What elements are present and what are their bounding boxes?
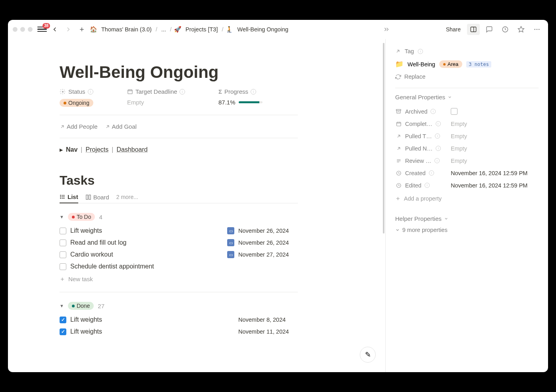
window-controls[interactable] xyxy=(13,27,33,32)
task-row[interactable]: Schedule dentist appointment xyxy=(60,261,298,272)
deadline-property-value[interactable]: Empty xyxy=(127,99,195,106)
add-people-button[interactable]: Add People xyxy=(60,123,98,130)
app-window: 38 🏠 Thomas' Brain (3.0) / ... / 🚀 Proje… xyxy=(8,20,548,372)
task-row[interactable]: Read and fill out log ▭ November 26, 202… xyxy=(60,237,298,249)
task-checkbox[interactable] xyxy=(60,251,66,258)
tag-type-pill: Area xyxy=(439,60,462,68)
property-row-pulled-n[interactable]: Pulled N… i Empty xyxy=(395,142,539,154)
info-icon[interactable]: i xyxy=(435,133,440,139)
scrollbar[interactable] xyxy=(383,43,384,234)
svg-point-12 xyxy=(60,195,61,195)
more-properties-button[interactable]: 9 more properties xyxy=(395,227,539,233)
main-content: Well-Being Ongoing Status i Ongoing xyxy=(8,39,385,372)
group-header-todo[interactable]: ▼ To Do 4 xyxy=(60,213,298,221)
progress-property-value[interactable]: 87.1% xyxy=(218,99,263,106)
property-row-archived[interactable]: Archived i xyxy=(395,105,539,118)
topbar: 38 🏠 Thomas' Brain (3.0) / ... / 🚀 Proje… xyxy=(8,20,548,39)
property-row-created[interactable]: Created i November 16, 2024 12:59 PM xyxy=(395,167,539,179)
view-tab-board[interactable]: Board xyxy=(85,194,109,203)
task-date: November 8, 2024 xyxy=(238,317,298,323)
task-title: Read and fill out log xyxy=(70,239,126,246)
property-row-edited[interactable]: Edited i November 16, 2024 12:59 PM xyxy=(395,179,539,191)
breadcrumb-current[interactable]: Well-Being Ongoing xyxy=(236,25,290,33)
tag-value-row[interactable]: 📁 Well-Being Area 3 notes xyxy=(395,57,539,71)
forward-button[interactable] xyxy=(63,24,74,35)
breadcrumb-root[interactable]: Thomas' Brain (3.0) xyxy=(100,25,153,33)
info-icon[interactable]: i xyxy=(431,109,436,114)
deadline-property-label[interactable]: Target Deadline i xyxy=(127,88,195,95)
link-icon xyxy=(395,145,402,152)
panel-toggle-button[interactable] xyxy=(467,24,480,35)
favorite-button[interactable] xyxy=(515,24,527,35)
svg-marker-3 xyxy=(518,26,524,32)
add-goal-button[interactable]: Add Goal xyxy=(105,123,137,130)
breadcrumb-separator: / xyxy=(222,26,223,33)
task-title: Schedule dentist appointment xyxy=(70,263,154,270)
info-icon[interactable]: i xyxy=(434,158,440,163)
view-tab-list[interactable]: List xyxy=(60,193,78,203)
expand-sidebar-button[interactable] xyxy=(381,24,392,35)
page-title[interactable]: Well-Being Ongoing xyxy=(60,63,298,82)
calendar-icon xyxy=(395,120,402,127)
task-checkbox-checked[interactable] xyxy=(60,317,66,323)
task-row[interactable]: Cardio workout ▭ November 27, 2024 xyxy=(60,249,298,261)
view-tabs-more[interactable]: 2 more... xyxy=(116,194,138,200)
hamburger-icon[interactable]: 38 xyxy=(37,25,47,33)
info-icon[interactable]: i xyxy=(251,89,256,95)
view-tabs: List Board 2 more... xyxy=(60,193,298,203)
collapse-icon[interactable]: ▼ xyxy=(60,214,64,219)
property-row-completed[interactable]: Complet… i Empty xyxy=(395,118,539,130)
helper-properties-heading[interactable]: Helper Properties xyxy=(395,215,539,222)
property-row-pulled-t[interactable]: Pulled T… i Empty xyxy=(395,130,539,142)
status-property-label[interactable]: Status i xyxy=(60,88,103,95)
info-icon[interactable]: i xyxy=(436,146,441,151)
text-icon xyxy=(395,157,402,164)
nav-toggle[interactable]: ▶ Nav | Projects | Dashboard xyxy=(60,146,298,153)
history-button[interactable] xyxy=(499,24,512,35)
svg-point-5 xyxy=(537,29,538,30)
add-property-button[interactable]: Add a property xyxy=(395,191,539,206)
nav-dashboard-link[interactable]: Dashboard xyxy=(116,146,147,153)
task-row[interactable]: Lift weights ▭ November 26, 2024 xyxy=(60,225,298,237)
task-row[interactable]: Lift weights November 11, 2024 xyxy=(60,326,298,338)
ai-assist-button[interactable]: ✎ xyxy=(360,347,376,363)
breadcrumb-ellipsis[interactable]: ... xyxy=(160,25,168,33)
task-relation-icon[interactable]: ▭ xyxy=(227,251,234,258)
nav-projects-link[interactable]: Projects xyxy=(86,146,109,153)
info-icon[interactable]: i xyxy=(425,183,430,188)
svg-rect-8 xyxy=(128,90,132,94)
task-date: November 11, 2024 xyxy=(238,328,298,335)
info-icon[interactable]: i xyxy=(180,89,185,95)
back-button[interactable] xyxy=(49,24,60,35)
breadcrumb-projects[interactable]: Projects [T3] xyxy=(184,25,219,33)
task-checkbox[interactable] xyxy=(60,228,66,234)
notes-count-badge[interactable]: 3 notes xyxy=(466,61,491,68)
progress-bar xyxy=(239,101,263,103)
more-menu-button[interactable] xyxy=(531,24,543,35)
task-checkbox[interactable] xyxy=(60,263,66,270)
task-row[interactable]: Lift weights November 8, 2024 xyxy=(60,314,298,326)
progress-property-label[interactable]: Σ Progress i xyxy=(218,88,263,95)
comments-button[interactable] xyxy=(483,24,496,35)
info-icon[interactable]: i xyxy=(418,49,423,54)
task-relation-icon[interactable]: ▭ xyxy=(227,239,234,246)
info-icon[interactable]: i xyxy=(429,170,434,176)
share-button[interactable]: Share xyxy=(443,25,464,34)
property-row-review[interactable]: Review … i Empty xyxy=(395,154,539,167)
info-icon[interactable]: i xyxy=(436,121,441,126)
collapse-icon[interactable]: ▼ xyxy=(60,303,64,308)
general-properties-heading[interactable]: General Properties xyxy=(395,94,539,100)
task-checkbox[interactable] xyxy=(60,239,66,246)
task-date: November 26, 2024 xyxy=(238,228,298,234)
new-task-button[interactable]: New task xyxy=(60,272,298,286)
info-icon[interactable]: i xyxy=(88,89,93,95)
clock-icon xyxy=(395,170,402,176)
status-property-value[interactable]: Ongoing xyxy=(60,99,103,107)
task-relation-icon[interactable]: ▭ xyxy=(227,227,234,234)
task-title: Lift weights xyxy=(70,227,102,234)
task-checkbox-checked[interactable] xyxy=(60,328,66,335)
new-page-button[interactable] xyxy=(76,24,87,35)
archived-checkbox[interactable] xyxy=(451,108,458,115)
group-header-done[interactable]: ▼ Done 27 xyxy=(60,302,298,310)
replace-button[interactable]: Replace xyxy=(395,71,539,82)
